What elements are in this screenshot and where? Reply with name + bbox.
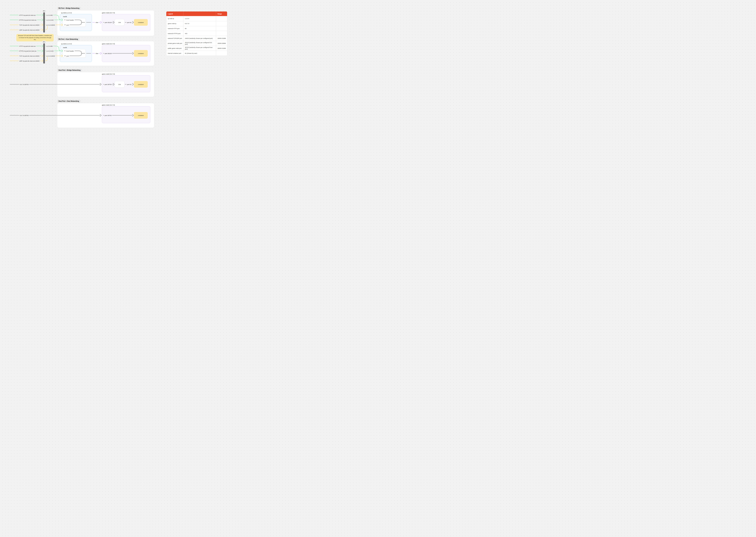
table-cell: 20000-25999 xyxy=(216,41,227,46)
table-row: external TCP/UDP port 24633 (randomly ch… xyxy=(166,36,227,41)
table-row: external HTTPS port 443 xyxy=(166,31,227,36)
table-row: private game node port 25120 (randomly c… xyxy=(166,41,227,46)
cni-box-3: CNI xyxy=(115,81,124,88)
table-cell xyxy=(216,16,227,21)
resolved-address: 1.2.3.4:80 xyxy=(46,45,53,47)
ingress-port-label-1: port 25120 xyxy=(104,21,112,23)
dns-row-label: TCP my-port.dc.rivet.run:24633 xyxy=(19,24,40,26)
table-cell: 25120 (randomly chosen per configured GG… xyxy=(183,41,216,46)
resolved-address: 1.2.3.4:80 xyxy=(46,14,53,16)
dns-row-label: UDP my-port.dc.rivet.run:24633 xyxy=(19,60,40,62)
game-node-label-3: game node (5.6.7.8) xyxy=(102,73,115,75)
egress-port-label-3: port 81 xyxy=(126,83,132,85)
table-row: game node ip 5.6.7.8 xyxy=(166,21,227,26)
egress-port-label-1: port 81 xyxy=(126,21,132,23)
table-cell: 26000-31999 xyxy=(216,46,227,51)
vlan-label-1: vlan xyxy=(95,21,99,23)
resolved-address: 1.2.3.4:24633 xyxy=(46,24,56,26)
resolved-address: 1.2.3.4:24633 xyxy=(46,55,56,57)
table-cell: 80 xyxy=(183,26,216,31)
table-cell: 81 (chosen by user) xyxy=(183,51,216,56)
section-chip-rg-bridge: RG Port + Bridge Networking xyxy=(57,7,81,10)
traefik-label-1: traefik xyxy=(63,16,67,18)
ingress-port-label-3: port 30703 xyxy=(104,83,112,85)
ingress-port-label-4: port 30703 xyxy=(104,114,112,116)
dns-label-2: dns xyxy=(42,41,46,43)
resolved-address: 1.2.3.4:443 xyxy=(46,50,54,52)
container-box-1: container xyxy=(134,19,148,26)
port-match-label-2: port xyxy=(66,55,69,57)
host-header-label-2: Host header xyxy=(65,50,74,52)
dns-row-label: HTTP my-port.dc.rivet.run xyxy=(19,45,36,47)
table-cell: external HTTP port xyxy=(166,26,183,31)
table-row: external HTTP port 80 xyxy=(166,26,227,31)
legend-table-header: Legend Range xyxy=(166,12,227,16)
table-cell: internal container port xyxy=(166,51,183,56)
note-text: because TCP and UDP don’t have headers, … xyxy=(18,35,52,41)
table-cell: 30703 (randomly chosen per configured ho… xyxy=(183,46,216,51)
table-cell: external TCP/UDP port xyxy=(166,36,183,41)
external-endpoint-4: 5.6.7.8:30703 xyxy=(19,114,29,116)
dns-row-label: UDP my-port.dc.rivet.run:24633 xyxy=(19,29,40,31)
dns-row-label: HTTPS my-port.dc.rivet.run xyxy=(18,50,37,52)
game-node-label-2: game node (5.6.7.8) xyxy=(102,43,115,45)
game-node-label-4: game node (5.6.7.8) xyxy=(102,104,115,106)
resolved-address: 1.2.3.4:443 xyxy=(46,19,54,21)
table-cell: 1.2.3.4 xyxy=(183,16,216,21)
table-cell: 20000-31999 xyxy=(216,36,227,41)
cni-box-1: CNI xyxy=(115,19,124,26)
traefik-label-2: traefik xyxy=(63,47,67,48)
container-box-4: container xyxy=(134,112,148,119)
diagram-canvas: { "colors":{ "background":"#f2f2f2","dot… xyxy=(0,0,235,138)
table-cell: game node ip xyxy=(166,21,183,26)
dns-row-label: HTTP my-port.dc.rivet.run xyxy=(19,14,36,16)
section-chip-rg-host: RG Port + Host Networking xyxy=(57,38,79,40)
table-row: public game node port 30703 (randomly ch… xyxy=(166,46,227,51)
ingress-port-label-2: port 25120 xyxy=(104,53,112,55)
container-box-2: container xyxy=(134,50,148,57)
dns-bar-1 xyxy=(43,12,45,32)
dns-label-1: dns xyxy=(42,10,46,12)
dns-row-label: TCP my-port.dc.rivet.run:24633 xyxy=(19,55,40,57)
table-cell: 24633 (randomly chosen per configured po… xyxy=(183,36,216,41)
table-header-cell xyxy=(183,12,216,16)
table-cell xyxy=(216,21,227,26)
table-cell xyxy=(216,31,227,36)
vlan-label-2: vlan xyxy=(95,53,99,55)
table-row: rg node ip 1.2.3.4 xyxy=(166,16,227,21)
dns-bar-2 xyxy=(43,43,45,63)
table-cell: public game node port xyxy=(166,46,183,51)
game-node-label-1: game node (5.6.7.8) xyxy=(102,12,115,14)
dns-row-label: HTTPS my-port.dc.rivet.run xyxy=(18,19,37,21)
table-cell: external HTTPS port xyxy=(166,31,183,36)
table-cell: private game node port xyxy=(166,41,183,46)
table-header-cell: Range xyxy=(216,12,227,16)
table-cell xyxy=(216,26,227,31)
table-cell: 5.6.7.8 xyxy=(183,21,216,26)
container-box-3: container xyxy=(134,81,148,88)
table-row: internal container port 81 (chosen by us… xyxy=(166,51,227,56)
legend-table: Legend Range rg node ip 1.2.3.4 game nod… xyxy=(166,11,227,56)
external-endpoint-3: 5.6.7.8:30703 xyxy=(19,83,29,85)
table-cell xyxy=(216,51,227,56)
table-cell: rg node ip xyxy=(166,16,183,21)
rg-node-label-2: rg node (1.2.3.4) xyxy=(61,43,72,45)
section-chip-host-bridge: Host Port + Bridge Networking xyxy=(57,69,82,71)
section-chip-host-host: Host Port + Host Networking xyxy=(57,100,80,103)
table-header-cell: Legend xyxy=(166,12,183,16)
port-match-label-1: port xyxy=(66,24,69,26)
rg-node-label-1: rg node (1.2.3.4) xyxy=(61,12,72,14)
host-header-label-1: Host header xyxy=(65,19,74,21)
note-box: because TCP and UDP don’t have headers, … xyxy=(16,34,54,41)
table-cell: 443 xyxy=(183,31,216,36)
